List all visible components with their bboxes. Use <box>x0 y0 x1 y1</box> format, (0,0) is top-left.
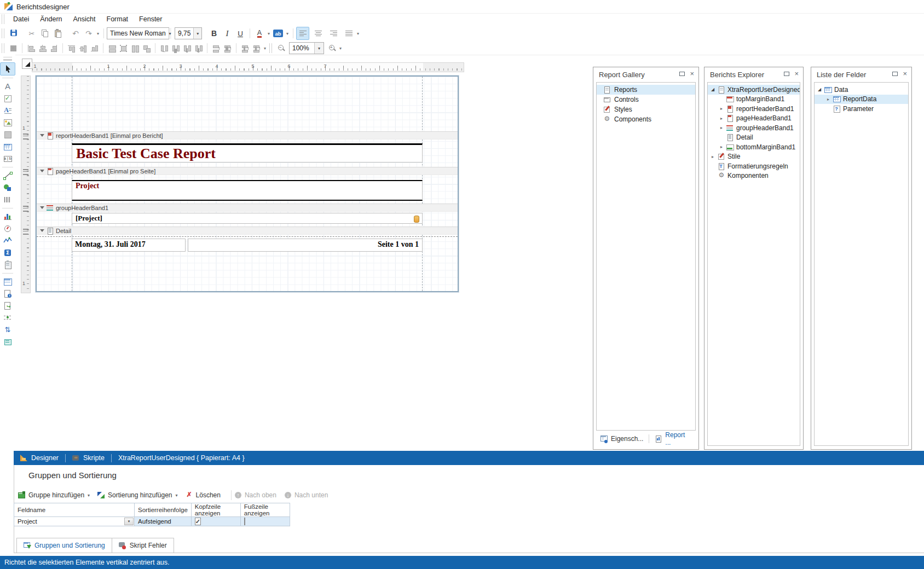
band-collapse-icon[interactable] <box>40 134 44 137</box>
menu-ansicht[interactable]: Ansicht <box>68 14 101 24</box>
dropdown-icon[interactable]: ▾ <box>88 493 90 498</box>
explorer-node-reportheaderband1[interactable]: ▸reportHeaderBand1 <box>708 104 800 114</box>
menu-fenster[interactable]: Fenster <box>134 14 168 24</box>
expander-closed-icon[interactable]: ▸ <box>719 144 724 149</box>
tool-character-comb[interactable]: a|b <box>1 153 15 165</box>
menu-andern[interactable]: Ändern <box>34 14 67 24</box>
tool-cross-band-line[interactable]: ⇅ <box>1 324 15 336</box>
highlight-button[interactable]: ab <box>272 27 285 40</box>
tool-sparkline[interactable] <box>1 235 15 247</box>
font-color-button[interactable]: A <box>253 27 266 40</box>
band-strip-group-header[interactable]: groupHeaderBand1 <box>37 204 458 212</box>
explorer-node-formatierungsregeln[interactable]: TFormatierungsregeln <box>708 161 800 171</box>
cell-feldname[interactable]: Project▾ <box>14 517 135 526</box>
zoom-dropdown-icon[interactable]: ▾ <box>314 43 324 54</box>
tool-picture-box[interactable] <box>1 117 15 129</box>
expander-closed-icon[interactable]: ▸ <box>719 116 724 121</box>
expander-open-icon[interactable]: ◢ <box>710 87 715 92</box>
menu-datei[interactable]: Datei <box>8 14 34 24</box>
layer-dropdown-icon[interactable]: ▾ <box>262 46 268 51</box>
align-text-left-button[interactable] <box>296 27 309 40</box>
h-space-increase-button[interactable]: + <box>171 44 180 53</box>
bold-button[interactable]: B <box>207 27 221 40</box>
font-size-combo[interactable]: 9,75 ▾ <box>175 27 202 39</box>
band-collapse-icon[interactable] <box>40 206 44 209</box>
bottom-tab-skriptfehler[interactable]: Skript Fehler <box>112 538 174 553</box>
same-height-button[interactable] <box>131 44 139 53</box>
maximize-icon[interactable] <box>892 72 898 76</box>
v-space-remove-button[interactable]: x <box>252 44 261 53</box>
zoom-out-button[interactable]: − <box>275 43 287 54</box>
page-header-label[interactable]: Project <box>72 180 423 201</box>
vertical-ruler[interactable]: 11 <box>21 76 31 293</box>
band-resize-grip[interactable] <box>23 206 28 212</box>
align-bottoms-button[interactable] <box>90 44 99 53</box>
field-node-parameter[interactable]: ?Parameter <box>815 104 908 114</box>
report-title-label[interactable]: Basic Test Case Report <box>72 143 423 162</box>
gallery-item-controls[interactable]: Controls <box>597 95 695 104</box>
font-size-dropdown-icon[interactable]: ▾ <box>193 28 201 39</box>
gallery-item-styles[interactable]: Styles <box>597 104 695 114</box>
tool-pivot-grid[interactable]: Σ <box>1 247 15 259</box>
highlight-dropdown-icon[interactable]: ▾ <box>285 31 290 36</box>
band-strip-page-header[interactable]: pageHeaderBand1 [Einmal pro Seite] <box>37 167 458 175</box>
expander-closed-icon[interactable]: ▸ <box>719 106 724 111</box>
font-name-combo[interactable]: Times New Roman ▾ <box>107 27 169 39</box>
tool-barcode[interactable] <box>1 194 15 206</box>
font-color-dropdown-icon[interactable]: ▾ <box>266 31 272 36</box>
tool-page-info[interactable]: i <box>1 288 15 300</box>
horizontal-ruler[interactable]: 11234567 <box>32 62 464 72</box>
same-width-button[interactable] <box>108 44 116 53</box>
align-centers-button[interactable] <box>38 44 47 53</box>
h-space-remove-button[interactable]: x <box>194 44 203 53</box>
tab-designer[interactable]: Designer <box>14 451 65 465</box>
h-space-equal-button[interactable] <box>160 44 168 53</box>
tool-panel[interactable] <box>1 129 15 141</box>
combo-dropdown-icon[interactable]: ▾ <box>124 518 134 525</box>
explorer-node-bottommarginband1[interactable]: ▸bottomMarginBand1 <box>708 142 800 152</box>
zoom-menu-dropdown-icon[interactable]: ▾ <box>338 46 343 51</box>
align-rights-button[interactable] <box>50 44 58 53</box>
bottom-tab-gruppen[interactable]: Gruppen und Sortierung <box>16 538 112 553</box>
undo-button[interactable]: ↶ <box>69 27 82 40</box>
redo-button[interactable]: ↷ <box>82 27 95 40</box>
gallery-tab-0[interactable]: Eigensch... <box>596 433 648 445</box>
size-to-grid-button[interactable] <box>119 44 128 53</box>
v-space-increase-button[interactable]: + <box>223 44 232 53</box>
gallery-tab-1[interactable]: Report ... <box>650 429 696 449</box>
paste-button[interactable] <box>51 27 65 40</box>
group-field-label[interactable]: [Project] <box>72 213 423 224</box>
tool-chart[interactable] <box>1 211 15 223</box>
tool-shape[interactable] <box>1 182 15 194</box>
tool-cross-band-box[interactable] <box>1 336 15 348</box>
align-tops-button[interactable] <box>67 44 76 53</box>
h-space-decrease-button[interactable]: - <box>183 44 191 53</box>
cell-fusszeile[interactable] <box>240 517 290 526</box>
tool-subreport[interactable]: ↪ <box>1 300 15 312</box>
explorer-node-detail[interactable]: Detail <box>708 133 800 143</box>
menu-format[interactable]: Format <box>101 14 134 24</box>
tool-label[interactable]: A <box>1 80 15 92</box>
tab-scripts[interactable]: ‹› Skripte <box>66 451 111 465</box>
explorer-node-xtrareportuserdesigned[interactable]: ◢XtraReportUserDesigned <box>708 85 800 95</box>
expander-open-icon[interactable]: ◢ <box>817 87 822 92</box>
cut-button[interactable]: ✂ <box>25 27 38 40</box>
band-collapse-icon[interactable] <box>40 229 44 232</box>
tool-check-box[interactable]: ✓ <box>1 92 15 104</box>
report-canvas[interactable]: reportHeaderBand1 [Einmal pro Bericht] B… <box>37 77 458 291</box>
align-text-justify-button[interactable] <box>342 27 355 40</box>
field-node-reportdata[interactable]: ▸ReportData <box>815 95 908 104</box>
expander-closed-icon[interactable]: ▸ <box>825 97 831 102</box>
band-strip-report-header[interactable]: reportHeaderBand1 [Einmal pro Bericht] <box>37 131 458 140</box>
tool-rich-text[interactable]: A <box>1 104 15 117</box>
align-text-right-button[interactable] <box>327 27 340 40</box>
zoom-in-button[interactable]: + <box>326 43 338 54</box>
tool-page-break[interactable] <box>1 312 15 324</box>
v-space-decrease-button[interactable]: - <box>241 44 249 53</box>
tool-table-of-contents[interactable] <box>1 259 15 271</box>
gallery-item-components[interactable]: ⚙Components <box>597 114 695 124</box>
data-binding-icon[interactable] <box>414 216 419 223</box>
band-resize-grip[interactable] <box>23 229 28 235</box>
page-number-label[interactable]: Seite 1 von 1 <box>188 239 423 252</box>
v-space-equal-button[interactable] <box>212 44 220 53</box>
